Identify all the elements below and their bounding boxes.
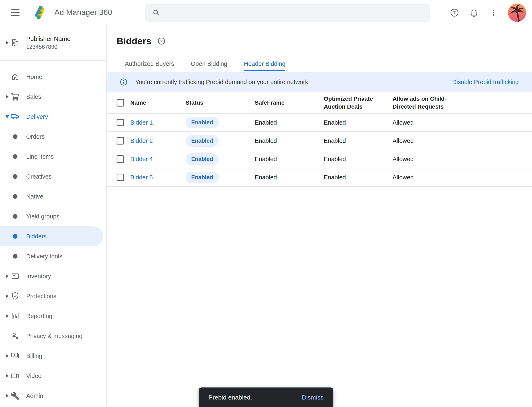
global-search-bar[interactable] bbox=[145, 4, 430, 22]
row-checkbox[interactable] bbox=[117, 155, 124, 163]
collapse-arrow-icon bbox=[4, 115, 10, 118]
expand-arrow-icon bbox=[4, 41, 10, 45]
tab-bar: Authorized Buyers Open Bidding Header Bi… bbox=[117, 55, 532, 71]
tab-authorized-buyers[interactable]: Authorized Buyers bbox=[117, 55, 182, 71]
opad-value: Enabled bbox=[324, 137, 393, 144]
sidebar-item-sales[interactable]: Sales bbox=[0, 87, 106, 107]
dismiss-button[interactable]: Dismiss bbox=[302, 394, 323, 401]
child-directed-value: Allowed bbox=[393, 156, 532, 163]
sidebar-item-native[interactable]: Native bbox=[0, 187, 106, 206]
row-checkbox[interactable] bbox=[117, 174, 124, 181]
avatar[interactable] bbox=[508, 4, 526, 22]
sidebar-item-label: Yield groups bbox=[26, 213, 59, 220]
sidebar-item-bidders[interactable]: Bidders bbox=[0, 226, 103, 246]
table-row: Bidder 4 Enabled Enabled Enabled Allowed bbox=[107, 150, 532, 168]
row-checkbox[interactable] bbox=[117, 119, 124, 126]
table-row: Bidder 2 Enabled Enabled Enabled Allowed bbox=[107, 132, 532, 150]
sidebar-item-billing[interactable]: Billing bbox=[0, 346, 106, 366]
sidebar-item-admin[interactable]: Admin bbox=[0, 386, 106, 406]
prebid-info-banner: You’re currently trafficking Prebid dema… bbox=[107, 72, 532, 92]
status-badge: Enabled bbox=[185, 153, 219, 165]
safeframe-value: Enabled bbox=[255, 137, 324, 144]
bidder-link[interactable]: Bidder 1 bbox=[130, 119, 153, 126]
hamburger-menu-icon[interactable] bbox=[11, 9, 20, 16]
account-switcher[interactable]: Publisher Name 1234567890 bbox=[0, 25, 106, 61]
notifications-button[interactable] bbox=[469, 8, 479, 18]
opad-value: Enabled bbox=[324, 119, 393, 126]
main-content: Bidders ? Authorized Buyers Open Bidding… bbox=[107, 25, 532, 407]
bidder-link[interactable]: Bidder 2 bbox=[130, 137, 153, 144]
delivery-truck-icon bbox=[10, 112, 20, 121]
sidebar-item-inventory[interactable]: Inventory bbox=[0, 266, 106, 286]
column-header-status: Status bbox=[185, 99, 255, 107]
sidebar-item-label: Privacy & messaging bbox=[26, 333, 82, 339]
sidebar-item-label: Admin bbox=[26, 392, 43, 399]
sidebar-item-video[interactable]: Video bbox=[0, 366, 106, 386]
bidder-link[interactable]: Bidder 5 bbox=[130, 174, 153, 181]
opad-value: Enabled bbox=[324, 156, 393, 163]
expand-arrow-icon bbox=[4, 294, 10, 298]
sidebar-item-delivery-tools[interactable]: Delivery tools bbox=[0, 246, 106, 266]
opad-value: Enabled bbox=[324, 174, 393, 181]
sidebar-item-label: Home bbox=[26, 73, 42, 80]
banknote-icon bbox=[10, 351, 20, 361]
more-options-button[interactable] bbox=[488, 8, 499, 18]
status-badge: Enabled bbox=[185, 135, 219, 147]
bullet-icon bbox=[10, 214, 20, 219]
column-header-safeframe: SafeFrame bbox=[255, 99, 324, 107]
disable-prebid-trafficking-link[interactable]: Disable Prebid trafficking bbox=[452, 79, 519, 86]
bidder-link[interactable]: Bidder 4 bbox=[130, 156, 153, 162]
publisher-name: Publisher Name bbox=[26, 35, 71, 42]
sidebar-item-creatives[interactable]: Creatives bbox=[0, 166, 106, 187]
sidebar-item-privacy-messaging[interactable]: Privacy & messaging bbox=[0, 326, 106, 346]
bullet-icon bbox=[10, 254, 20, 258]
building-icon bbox=[10, 38, 20, 47]
sidebar-item-yield-groups[interactable]: Yield groups bbox=[0, 206, 106, 226]
snackbar-toast: Prebid enabled. Dismiss bbox=[199, 387, 333, 407]
sidebar-item-label: Video bbox=[26, 373, 41, 379]
person-badge-icon bbox=[10, 331, 20, 341]
expand-arrow-icon bbox=[4, 274, 10, 278]
search-input[interactable] bbox=[166, 9, 424, 16]
info-icon bbox=[119, 78, 128, 86]
ad-manager-logo-icon[interactable] bbox=[32, 5, 47, 20]
sidebar-item-protections[interactable]: Protections bbox=[0, 286, 106, 306]
column-header-child-directed: Allow ads on Child-Directed Requests bbox=[393, 95, 532, 111]
shield-check-icon bbox=[10, 291, 20, 301]
sidebar-item-label: Sales bbox=[26, 94, 41, 100]
svg-text:?: ? bbox=[453, 10, 456, 15]
bullet-icon bbox=[10, 134, 20, 139]
ad-unit-icon bbox=[10, 271, 20, 281]
tab-open-bidding[interactable]: Open Bidding bbox=[182, 55, 236, 71]
help-circle-icon: ? bbox=[449, 8, 460, 18]
page-help-icon[interactable]: ? bbox=[157, 37, 166, 46]
home-icon bbox=[10, 72, 20, 82]
select-all-checkbox[interactable] bbox=[117, 99, 124, 107]
sidebar-item-label: Inventory bbox=[26, 273, 51, 280]
wrench-icon bbox=[10, 391, 20, 400]
search-icon bbox=[152, 8, 161, 17]
status-badge: Enabled bbox=[185, 172, 219, 183]
sidebar-item-orders[interactable]: Orders bbox=[0, 127, 106, 147]
bullet-icon bbox=[10, 154, 20, 159]
top-app-bar: Ad Manager 360 ? bbox=[0, 0, 532, 25]
sidebar-item-reporting[interactable]: Reporting bbox=[0, 306, 106, 326]
sidebar-item-label: Protections bbox=[26, 293, 56, 300]
row-checkbox[interactable] bbox=[117, 137, 124, 145]
sidebar-item-home[interactable]: Home bbox=[0, 67, 106, 87]
safeframe-value: Enabled bbox=[255, 156, 324, 163]
expand-arrow-icon bbox=[4, 354, 10, 358]
help-button[interactable]: ? bbox=[449, 8, 460, 18]
bidders-table: Name Status SafeFrame Optimized Private … bbox=[107, 92, 532, 187]
bullet-icon bbox=[10, 194, 20, 199]
sidebar-item-line-items[interactable]: Line items bbox=[0, 147, 106, 166]
banner-message: You’re currently trafficking Prebid dema… bbox=[135, 79, 308, 86]
sidebar-item-label: Reporting bbox=[26, 313, 52, 320]
tab-header-bidding[interactable]: Header Bidding bbox=[236, 55, 294, 71]
sidebar-item-label: Delivery tools bbox=[26, 253, 62, 260]
bar-chart-icon bbox=[10, 311, 20, 321]
sidebar-item-label: Bidders bbox=[26, 233, 47, 240]
sidebar-item-delivery[interactable]: Delivery bbox=[0, 107, 106, 127]
page-title: Bidders bbox=[117, 36, 152, 47]
expand-arrow-icon bbox=[4, 95, 10, 99]
